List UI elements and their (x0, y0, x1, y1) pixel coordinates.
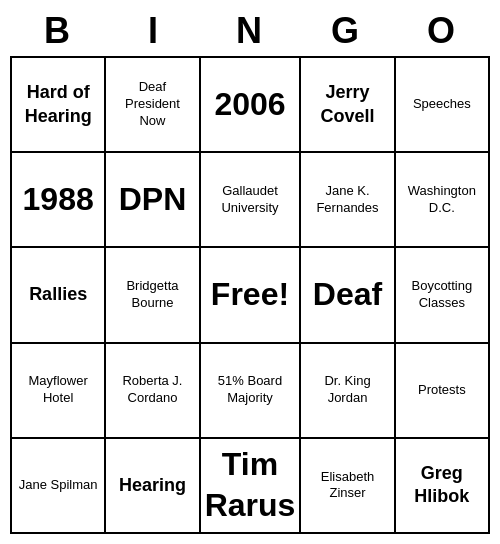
title-o: O (394, 10, 490, 52)
cell-text-r2-c0: Rallies (29, 283, 87, 306)
cell-r1-c2: Gallaudet University (201, 153, 302, 248)
cell-text-r1-c0: 1988 (23, 179, 94, 221)
cell-text-r1-c2: Gallaudet University (205, 183, 296, 217)
cell-text-r0-c0: Hard of Hearing (16, 81, 100, 128)
cell-r4-c3: Elisabeth Zinser (301, 439, 395, 534)
cell-text-r0-c1: Deaf President Now (110, 79, 194, 130)
cell-r0-c0: Hard of Hearing (12, 58, 106, 153)
cell-r0-c1: Deaf President Now (106, 58, 200, 153)
cell-r0-c2: 2006 (201, 58, 302, 153)
cell-text-r4-c0: Jane Spilman (19, 477, 98, 494)
title-g: G (298, 10, 394, 52)
cell-text-r2-c1: Bridgetta Bourne (110, 278, 194, 312)
cell-r3-c0: Mayflower Hotel (12, 344, 106, 439)
bingo-title: B I N G O (10, 10, 490, 52)
cell-r0-c4: Speeches (396, 58, 490, 153)
cell-r3-c3: Dr. King Jordan (301, 344, 395, 439)
cell-r4-c4: Greg Hlibok (396, 439, 490, 534)
cell-text-r4-c4: Greg Hlibok (400, 462, 484, 509)
cell-text-r2-c3: Deaf (313, 274, 382, 316)
cell-r4-c2: Tim Rarus (201, 439, 302, 534)
title-n: N (202, 10, 298, 52)
cell-text-r4-c2: Tim Rarus (205, 444, 296, 527)
cell-text-r1-c4: Washington D.C. (400, 183, 484, 217)
cell-r3-c4: Protests (396, 344, 490, 439)
cell-text-r3-c3: Dr. King Jordan (305, 373, 389, 407)
cell-text-r4-c3: Elisabeth Zinser (305, 469, 389, 503)
cell-text-r3-c4: Protests (418, 382, 466, 399)
cell-r1-c4: Washington D.C. (396, 153, 490, 248)
cell-text-r0-c4: Speeches (413, 96, 471, 113)
cell-r2-c4: Boycotting Classes (396, 248, 490, 343)
cell-text-r2-c2: Free! (211, 274, 289, 316)
cell-r1-c3: Jane K. Fernandes (301, 153, 395, 248)
cell-text-r3-c1: Roberta J. Cordano (110, 373, 194, 407)
cell-r4-c0: Jane Spilman (12, 439, 106, 534)
bingo-grid: Hard of HearingDeaf President Now2006Jer… (10, 56, 490, 534)
cell-text-r0-c2: 2006 (214, 84, 285, 126)
cell-r1-c0: 1988 (12, 153, 106, 248)
cell-r3-c2: 51% Board Majority (201, 344, 302, 439)
cell-r2-c1: Bridgetta Bourne (106, 248, 200, 343)
cell-text-r1-c3: Jane K. Fernandes (305, 183, 389, 217)
cell-text-r1-c1: DPN (119, 179, 187, 221)
cell-r3-c1: Roberta J. Cordano (106, 344, 200, 439)
cell-text-r3-c2: 51% Board Majority (205, 373, 296, 407)
title-b: B (10, 10, 106, 52)
cell-r1-c1: DPN (106, 153, 200, 248)
cell-r2-c2: Free! (201, 248, 302, 343)
cell-text-r4-c1: Hearing (119, 474, 186, 497)
cell-r2-c0: Rallies (12, 248, 106, 343)
cell-text-r2-c4: Boycotting Classes (400, 278, 484, 312)
cell-text-r3-c0: Mayflower Hotel (16, 373, 100, 407)
title-i: I (106, 10, 202, 52)
cell-r4-c1: Hearing (106, 439, 200, 534)
cell-r2-c3: Deaf (301, 248, 395, 343)
cell-r0-c3: Jerry Covell (301, 58, 395, 153)
cell-text-r0-c3: Jerry Covell (305, 81, 389, 128)
